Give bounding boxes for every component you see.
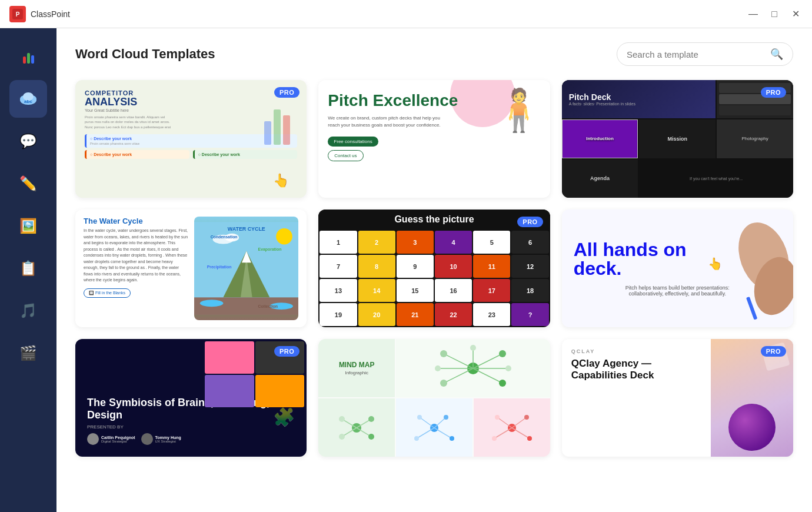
guess-cell-24: ? xyxy=(511,303,548,326)
template-card-guess-picture[interactable]: Guess the picture 1 2 3 4 5 6 7 8 9 xyxy=(318,210,550,327)
guess-cell-11: 11 xyxy=(473,255,510,278)
minimize-button[interactable]: — xyxy=(746,7,760,21)
qclay-right-decoration xyxy=(711,339,793,457)
puzzle-icon: 🧩 xyxy=(273,407,295,427)
svg-point-60 xyxy=(450,436,454,441)
pitch-deck-mission: Mission xyxy=(668,136,688,142)
main-layout: abc 💬 ✏️ 🖼️ 📋 🎵 🎬 Wor xyxy=(0,28,812,512)
title-bar-left: P ClassPoint xyxy=(9,6,70,22)
sidebar-item-video[interactable]: 🎬 xyxy=(9,334,47,372)
guess-cell-2: 2 xyxy=(358,231,395,254)
svg-rect-9 xyxy=(283,115,290,145)
template-card-pitch-excellence[interactable]: 🧍 Pitch Excellence We create on brand, c… xyxy=(318,80,550,198)
sidebar-item-wordcloud[interactable]: abc xyxy=(9,80,47,118)
svg-point-45 xyxy=(339,416,345,422)
draw-icon: ✏️ xyxy=(19,177,37,191)
symbiosis-label: PRESENTED BY xyxy=(87,424,295,430)
pro-badge-symbiosis: PRO xyxy=(274,346,299,357)
sidebar-item-bars[interactable] xyxy=(9,38,47,75)
guess-cell-9: 9 xyxy=(397,255,434,278)
svg-line-68 xyxy=(512,428,530,438)
svg-text:P: P xyxy=(16,11,20,18)
svg-point-17 xyxy=(276,228,292,245)
qclay-brand: QCLAY xyxy=(571,348,701,354)
water-cycle-diagram: Condensation Evaporation Precipitation C… xyxy=(194,217,299,320)
sidebar: abc 💬 ✏️ 🖼️ 📋 🎵 🎬 xyxy=(0,28,56,512)
allhands-subtitle: Pitch helps teams build better presentat… xyxy=(574,285,781,297)
pitch-deck-intro: Introduction xyxy=(586,136,614,141)
guess-cell-17: 17 xyxy=(473,279,510,302)
title-bar-controls: — □ ✕ xyxy=(746,7,803,21)
template-grid-wrapper[interactable]: COMPETITOR ANALYSIS Your Great Subtitle … xyxy=(56,75,812,512)
search-bar[interactable]: 🔍 xyxy=(617,42,793,66)
svg-line-31 xyxy=(473,354,502,368)
svg-point-67 xyxy=(492,436,497,441)
mindmap-cell-2 xyxy=(318,398,395,457)
template-card-competitor-analysis[interactable]: COMPETITOR ANALYSIS Your Great Subtitle … xyxy=(75,80,307,198)
guess-cell-23: 23 xyxy=(473,303,510,326)
svg-line-59 xyxy=(434,428,452,438)
template-card-pitch-deck[interactable]: Pitch Deck A facts· slides· Presentation… xyxy=(562,80,793,198)
pitch-btn-consultations[interactable]: Free consultations xyxy=(328,137,378,147)
svg-point-49 xyxy=(339,434,345,440)
pitch-deck-grid: Pitch Deck A facts· slides· Presentation… xyxy=(562,80,793,198)
svg-text:Evaporation: Evaporation xyxy=(258,247,281,252)
fill-blanks-button[interactable]: 🔲 Fill in the Blanks xyxy=(84,288,131,298)
svg-point-15 xyxy=(200,300,223,307)
svg-line-55 xyxy=(434,417,446,428)
pitch-btn-contact[interactable]: Contact us xyxy=(328,150,363,161)
guess-cell-4: 4 xyxy=(435,231,472,254)
close-button[interactable]: ✕ xyxy=(788,7,803,21)
search-input[interactable] xyxy=(627,49,770,59)
template-card-water-cycle[interactable]: The Water Cycle In the water cycle, wate… xyxy=(75,210,307,327)
guess-cell-6: 6 xyxy=(511,231,548,254)
sidebar-item-image[interactable]: 🖼️ xyxy=(9,207,47,245)
template-card-qclay[interactable]: QCLAY QClay Agency — Capabilities Deck xyxy=(562,339,793,457)
svg-point-65 xyxy=(524,415,529,420)
sidebar-item-audio[interactable]: 🎵 xyxy=(9,292,47,330)
guess-cell-3: 3 xyxy=(397,231,434,254)
sidebar-item-draw[interactable]: ✏️ xyxy=(9,165,47,202)
svg-point-47 xyxy=(368,416,374,422)
guess-cell-7: 7 xyxy=(320,255,357,278)
template-card-all-hands[interactable]: 👆 All hands on deck. Pitch helps teams b… xyxy=(562,210,793,327)
template-card-symbiosis[interactable]: SXS 🧩 The Symbiosis of Brains, Marketing… xyxy=(75,339,307,457)
svg-point-32 xyxy=(499,350,506,357)
symbiosis-presenters: Caitlin Pequignot Digital Strategist Tom… xyxy=(87,433,295,445)
pro-badge-competitor: PRO xyxy=(274,87,299,98)
svg-point-34 xyxy=(440,380,447,387)
mindmap-cell-4 xyxy=(474,398,550,457)
maximize-button[interactable]: □ xyxy=(767,7,781,21)
app-name: ClassPoint xyxy=(31,9,70,19)
svg-text:abc: abc xyxy=(24,99,32,104)
svg-point-42 xyxy=(505,365,511,371)
guess-cell-20: 20 xyxy=(358,303,395,326)
cloud-icon: abc xyxy=(13,82,44,115)
template-card-mind-map[interactable]: MIND MAP Infographic xyxy=(318,339,550,457)
guess-cell-1: 1 xyxy=(320,231,357,254)
svg-point-58 xyxy=(414,436,419,441)
pitch-title: Pitch Excellence xyxy=(328,92,540,110)
guess-title: Guess the picture xyxy=(394,214,474,224)
content-header: Word Cloud Templates 🔍 xyxy=(56,28,812,75)
image-icon: 🖼️ xyxy=(19,219,37,233)
svg-rect-8 xyxy=(274,109,281,145)
template-grid: COMPETITOR ANALYSIS Your Great Subtitle … xyxy=(75,80,793,457)
video-icon: 🎬 xyxy=(19,346,37,360)
water-cycle-title: The Water Cycle xyxy=(84,217,188,225)
qclay-title: QClay Agency — Capabilities Deck xyxy=(571,358,701,382)
svg-line-33 xyxy=(444,368,473,383)
sidebar-item-list[interactable]: 📋 xyxy=(9,250,47,287)
audio-icon: 🎵 xyxy=(19,304,37,318)
svg-line-64 xyxy=(512,417,527,428)
svg-text:Precipitation: Precipitation xyxy=(207,265,231,270)
sidebar-item-chat[interactable]: 💬 xyxy=(9,122,47,160)
list-icon: 📋 xyxy=(19,261,37,275)
guess-grid: 1 2 3 4 5 6 7 8 9 10 11 12 13 xyxy=(318,230,550,327)
guess-cell-22: 22 xyxy=(435,303,472,326)
guess-cell-12: 12 xyxy=(511,255,548,278)
pitch-deck-quote: If you can't feel what you're... xyxy=(639,159,793,198)
pro-badge-qclay: PRO xyxy=(761,346,786,357)
svg-text:Collection: Collection xyxy=(258,304,277,308)
allhands-title: All hands on deck. xyxy=(574,240,691,278)
